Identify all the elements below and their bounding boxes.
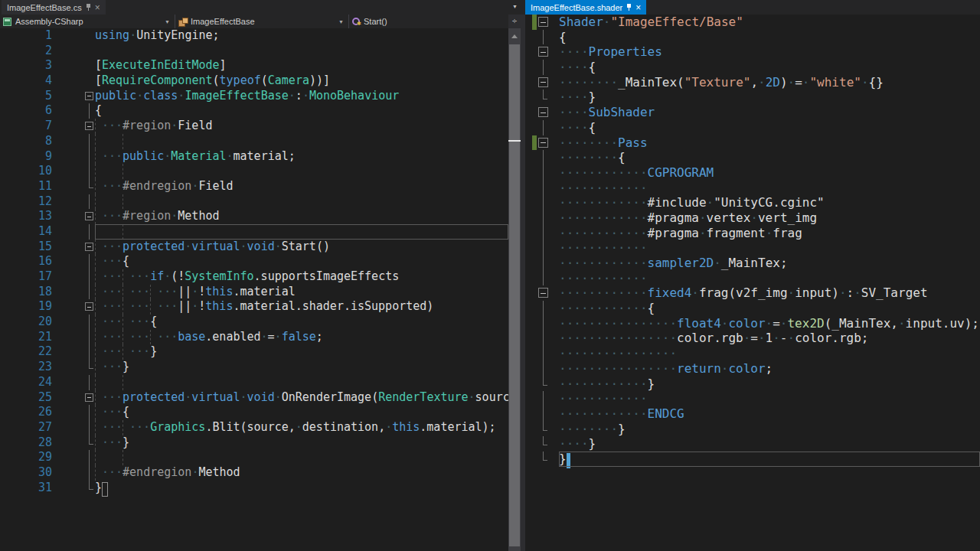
- pin-icon[interactable]: [626, 4, 632, 11]
- outline-margin[interactable]: [538, 285, 549, 301]
- code-text[interactable]: ···#endregion·Field: [95, 179, 508, 194]
- code-text[interactable]: ··· ···if·(!SystemInfo.supportsImageEffe…: [95, 269, 508, 285]
- line-number[interactable]: 3: [0, 58, 54, 73]
- code-line[interactable]: 8: [0, 134, 508, 149]
- code-text[interactable]: ····}: [559, 436, 980, 452]
- code-text[interactable]: [ExecuteInEditMode]: [95, 58, 508, 73]
- fold-collapse-icon[interactable]: [85, 393, 93, 402]
- current-line[interactable]: [95, 224, 508, 240]
- code-text[interactable]: {: [95, 103, 508, 119]
- line-number[interactable]: 17: [0, 269, 54, 285]
- code-text[interactable]: ········}: [559, 422, 980, 437]
- code-text[interactable]: ···{: [95, 405, 508, 420]
- code-text[interactable]: [95, 375, 508, 390]
- current-line[interactable]: }: [559, 452, 980, 467]
- line-number[interactable]: 30: [0, 465, 54, 481]
- fold-collapse-icon[interactable]: [538, 47, 548, 57]
- code-text[interactable]: ············#pragma·vertex·vert_img: [559, 210, 980, 226]
- code-text[interactable]: ············: [559, 391, 980, 406]
- code-text[interactable]: ············{: [559, 301, 980, 316]
- line-number[interactable]: 18: [0, 285, 54, 300]
- code-text[interactable]: using·UnityEngine;: [95, 28, 508, 44]
- code-text[interactable]: ················: [559, 346, 980, 361]
- line-number[interactable]: 26: [0, 405, 54, 420]
- code-line[interactable]: 24: [0, 375, 508, 390]
- code-line[interactable]: 9 ···public·Material·material;: [0, 149, 508, 165]
- code-text[interactable]: ···}: [95, 360, 508, 375]
- outline-margin[interactable]: [84, 209, 95, 224]
- code-text[interactable]: ········_MainTex("Texture",·2D)·=·"white…: [559, 75, 980, 90]
- code-line[interactable]: ········}: [525, 422, 980, 437]
- code-line[interactable]: 25 ···protected·virtual·void·OnRenderIma…: [0, 390, 508, 406]
- code-text[interactable]: [95, 164, 508, 179]
- code-line[interactable]: ············ENDCG: [525, 406, 980, 422]
- fold-collapse-icon[interactable]: [538, 77, 548, 87]
- outline-margin[interactable]: [538, 105, 549, 120]
- code-line[interactable]: ················float4·color·=·tex2D(_Ma…: [525, 316, 980, 331]
- code-text[interactable]: ···#region·Field: [95, 119, 508, 134]
- line-number[interactable]: 16: [0, 254, 54, 269]
- code-line[interactable]: 28 ···}: [0, 435, 508, 451]
- code-line[interactable]: 17 ··· ···if·(!SystemInfo.supportsImageE…: [0, 269, 508, 285]
- code-text[interactable]: ················color.rgb·=·1·-·color.rg…: [559, 331, 980, 346]
- fold-collapse-icon[interactable]: [85, 243, 93, 251]
- code-line[interactable]: 22 ··· ···}: [0, 344, 508, 360]
- code-text[interactable]: ····}: [559, 90, 980, 105]
- line-number[interactable]: 21: [0, 330, 54, 345]
- tab-imageeffectbase-shader[interactable]: ImageEffectBase.shader ×: [525, 0, 646, 15]
- code-text[interactable]: ············#pragma·fragment·frag: [559, 226, 980, 241]
- scroll-up-arrow-icon[interactable]: [511, 34, 518, 38]
- outline-margin[interactable]: [84, 240, 95, 255]
- fold-collapse-icon[interactable]: [538, 138, 548, 148]
- code-text[interactable]: public·class·ImageEffectBase·:·MonoBehav…: [95, 89, 508, 104]
- code-line[interactable]: ············{: [525, 301, 980, 316]
- line-number[interactable]: 5: [0, 89, 54, 104]
- line-number[interactable]: 31: [0, 481, 54, 496]
- code-line[interactable]: ················color.rgb·=·1·-·color.rg…: [525, 331, 980, 346]
- outline-margin[interactable]: [538, 75, 549, 90]
- fold-collapse-icon[interactable]: [538, 17, 548, 27]
- line-number[interactable]: 1: [0, 28, 54, 44]
- line-number[interactable]: 23: [0, 360, 54, 375]
- code-line[interactable]: ············: [525, 240, 980, 256]
- code-line[interactable]: 5public·class·ImageEffectBase·:·MonoBeha…: [0, 89, 508, 104]
- line-number[interactable]: 22: [0, 344, 54, 360]
- close-icon[interactable]: ×: [95, 3, 100, 12]
- member-dropdown[interactable]: Start() ▼: [348, 15, 524, 28]
- code-text[interactable]: ········{: [559, 150, 980, 165]
- code-line[interactable]: ············}: [525, 377, 980, 392]
- outline-margin[interactable]: [538, 15, 549, 30]
- code-text[interactable]: ····SubShader: [559, 105, 980, 120]
- code-line[interactable]: ············: [525, 271, 980, 286]
- fold-collapse-icon[interactable]: [85, 92, 93, 100]
- line-number[interactable]: 12: [0, 194, 54, 210]
- code-line[interactable]: {: [525, 30, 980, 45]
- close-icon[interactable]: ×: [635, 3, 641, 12]
- outline-margin[interactable]: [84, 390, 95, 406]
- code-text[interactable]: ···protected·virtual·void·OnRenderImage(…: [95, 390, 508, 406]
- code-line[interactable]: 6{: [0, 103, 508, 119]
- line-number[interactable]: 4: [0, 73, 54, 89]
- code-text[interactable]: ············ENDCG: [559, 406, 980, 422]
- line-number[interactable]: 11: [0, 179, 54, 194]
- splitter-grip-icon[interactable]: ÷: [508, 15, 521, 28]
- code-text[interactable]: [RequireComponent(typeof(Camera))]: [95, 73, 508, 89]
- line-number[interactable]: 28: [0, 435, 54, 451]
- code-text[interactable]: ···#endregion·Method: [95, 465, 508, 481]
- line-number[interactable]: 7: [0, 119, 54, 134]
- fold-collapse-icon[interactable]: [85, 122, 93, 130]
- code-text[interactable]: ··· ···}: [95, 344, 508, 360]
- code-line[interactable]: ············#include·"UnityCG.cginc": [525, 195, 980, 210]
- code-line[interactable]: 13 ···#region·Method: [0, 209, 508, 224]
- code-line[interactable]: 29: [0, 450, 508, 465]
- fold-collapse-icon[interactable]: [538, 107, 548, 117]
- code-text[interactable]: ····Properties: [559, 44, 980, 60]
- code-line[interactable]: 3[ExecuteInEditMode]: [0, 58, 508, 73]
- tab-imageeffectbase-cs[interactable]: ImageEffectBase.cs ×: [2, 0, 106, 15]
- code-text[interactable]: ···}: [95, 435, 508, 451]
- line-number[interactable]: 15: [0, 240, 54, 255]
- code-text[interactable]: ············CGPROGRAM: [559, 165, 980, 181]
- code-text[interactable]: }: [95, 481, 508, 496]
- code-line[interactable]: ············CGPROGRAM: [525, 165, 980, 181]
- code-line[interactable]: 12: [0, 194, 508, 210]
